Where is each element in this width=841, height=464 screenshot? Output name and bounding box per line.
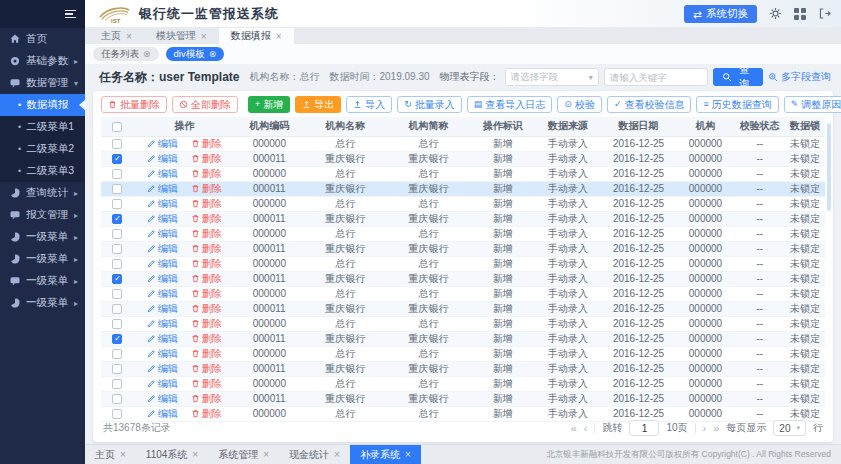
sidebar-item-query-stats[interactable]: 查询统计 ▸ bbox=[0, 182, 85, 204]
row-checkbox[interactable] bbox=[112, 364, 122, 374]
search-button[interactable]: 查询 bbox=[713, 68, 763, 86]
view-import-log-button[interactable]: ▤ 查看导入日志 bbox=[467, 96, 553, 113]
delete-link[interactable]: 删除 bbox=[191, 377, 222, 391]
sidebar-item-level1-menu-4[interactable]: 一级菜单 ▸ bbox=[0, 292, 85, 314]
import-button[interactable]: 导入 bbox=[346, 96, 392, 113]
per-page-select[interactable]: 20 ▾ bbox=[773, 420, 806, 436]
bottom-tab-cash-stats[interactable]: 现金统计× bbox=[279, 445, 350, 464]
table-row[interactable]: 编辑 删除 000011 重庆银行 重庆银行 新增 手动录入 2016-12-2… bbox=[101, 271, 825, 286]
close-icon[interactable]: × bbox=[405, 449, 411, 460]
edit-link[interactable]: 编辑 bbox=[147, 347, 178, 361]
table-row[interactable]: 编辑 删除 000011 重庆银行 重庆银行 新增 手动录入 2016-12-2… bbox=[101, 331, 825, 346]
table-row[interactable]: 编辑 删除 000000 总行 总行 新增 手动录入 2016-12-25 00… bbox=[101, 286, 825, 301]
table-row[interactable]: 编辑 删除 000000 总行 总行 新增 手动录入 2016-12-25 00… bbox=[101, 346, 825, 361]
table-row[interactable]: 编辑 删除 000000 总行 总行 新增 手动录入 2016-12-25 00… bbox=[101, 166, 825, 181]
edit-link[interactable]: 编辑 bbox=[147, 212, 178, 226]
close-circle-icon[interactable]: ⊗ bbox=[143, 49, 151, 59]
delete-link[interactable]: 删除 bbox=[191, 167, 222, 181]
edit-link[interactable]: 编辑 bbox=[147, 362, 178, 376]
delete-link[interactable]: 删除 bbox=[191, 302, 222, 316]
close-circle-icon[interactable]: ⊗ bbox=[209, 49, 217, 59]
adjust-reason-button[interactable]: ✎ 调整原因 bbox=[784, 96, 841, 113]
system-switch-button[interactable]: ⇄ 系统切换 bbox=[684, 5, 757, 23]
row-checkbox[interactable] bbox=[112, 259, 122, 269]
sidebar-item-level1-menu-1[interactable]: 一级菜单 ▸ bbox=[0, 226, 85, 248]
add-button[interactable]: + 新增 bbox=[248, 96, 290, 113]
pill-task-list[interactable]: 任务列表⊗ bbox=[93, 47, 159, 61]
edit-link[interactable]: 编辑 bbox=[147, 332, 178, 346]
delete-link[interactable]: 删除 bbox=[191, 362, 222, 376]
select-all-checkbox[interactable] bbox=[112, 122, 122, 132]
edit-link[interactable]: 编辑 bbox=[147, 377, 178, 391]
row-checkbox[interactable] bbox=[112, 169, 122, 179]
edit-link[interactable]: 编辑 bbox=[147, 167, 178, 181]
next-page-icon[interactable]: › bbox=[703, 422, 707, 434]
field-select[interactable]: 请选择字段 ▾ bbox=[505, 68, 599, 86]
bottom-tab-supplement-system[interactable]: 补录系统× bbox=[350, 445, 421, 464]
table-row[interactable]: 编辑 删除 000011 重庆银行 重庆银行 新增 手动录入 2016-12-2… bbox=[101, 301, 825, 316]
table-row[interactable]: 编辑 删除 000000 总行 总行 新增 手动录入 2016-12-25 00… bbox=[101, 196, 825, 211]
sidebar-item-report-management[interactable]: 报文管理 ▸ bbox=[0, 204, 85, 226]
row-checkbox[interactable] bbox=[112, 229, 122, 239]
delete-link[interactable]: 删除 bbox=[191, 257, 222, 271]
delete-link[interactable]: 删除 bbox=[191, 392, 222, 406]
delete-link[interactable]: 删除 bbox=[191, 287, 222, 301]
sidebar-item-data-management[interactable]: 数据管理 ▾ bbox=[0, 72, 85, 94]
scrollbar-thumb[interactable] bbox=[827, 123, 831, 211]
logout-icon[interactable] bbox=[818, 7, 831, 20]
table-row[interactable]: 编辑 删除 000000 总行 总行 新增 手动录入 2016-12-25 00… bbox=[101, 256, 825, 271]
edit-link[interactable]: 编辑 bbox=[147, 227, 178, 241]
edit-link[interactable]: 编辑 bbox=[147, 197, 178, 211]
prev-page-icon[interactable]: ‹ bbox=[584, 422, 588, 434]
row-checkbox[interactable] bbox=[112, 349, 122, 359]
export-button[interactable]: 导出 bbox=[295, 96, 341, 113]
first-page-icon[interactable]: « bbox=[571, 422, 577, 434]
row-checkbox[interactable] bbox=[112, 394, 122, 404]
close-icon[interactable]: × bbox=[276, 31, 282, 42]
row-checkbox[interactable] bbox=[112, 244, 122, 254]
row-checkbox[interactable] bbox=[112, 154, 122, 164]
row-checkbox[interactable] bbox=[112, 409, 122, 419]
table-row[interactable]: 编辑 删除 000000 总行 总行 新增 手动录入 2016-12-25 00… bbox=[101, 316, 825, 331]
sidebar-item-home[interactable]: 首页 bbox=[0, 28, 85, 50]
tab-module-management[interactable]: 模块管理× bbox=[144, 28, 219, 44]
row-checkbox[interactable] bbox=[112, 274, 122, 284]
table-row[interactable]: 编辑 删除 000011 重庆银行 重庆银行 新增 手动录入 2016-12-2… bbox=[101, 151, 825, 166]
close-icon[interactable]: × bbox=[192, 449, 198, 460]
bottom-tab-1104-system[interactable]: 1104系统× bbox=[136, 445, 208, 464]
history-query-button[interactable]: ≡ 历史数据查询 bbox=[696, 96, 778, 113]
delete-link[interactable]: 删除 bbox=[191, 317, 222, 331]
sidebar-item-submenu-2[interactable]: • 二级菜单2 bbox=[0, 138, 85, 160]
bottom-tab-home[interactable]: 主页× bbox=[85, 445, 136, 464]
row-checkbox[interactable] bbox=[112, 184, 122, 194]
apps-grid-icon[interactable] bbox=[794, 8, 806, 20]
row-checkbox[interactable] bbox=[112, 304, 122, 314]
table-row[interactable]: 编辑 删除 000011 重庆银行 重庆银行 新增 手动录入 2016-12-2… bbox=[101, 211, 825, 226]
sidebar-item-data-entry[interactable]: • 数据填报 bbox=[0, 94, 85, 116]
row-checkbox[interactable] bbox=[112, 379, 122, 389]
delete-link[interactable]: 删除 bbox=[191, 137, 222, 151]
row-checkbox[interactable] bbox=[112, 199, 122, 209]
table-row[interactable]: 编辑 删除 000000 总行 总行 新增 手动录入 2016-12-25 00… bbox=[101, 136, 825, 151]
edit-link[interactable]: 编辑 bbox=[147, 392, 178, 406]
row-checkbox[interactable] bbox=[112, 319, 122, 329]
edit-link[interactable]: 编辑 bbox=[147, 272, 178, 286]
batch-delete-button[interactable]: 批量删除 bbox=[101, 96, 167, 113]
delete-link[interactable]: 删除 bbox=[191, 152, 222, 166]
tab-home[interactable]: 主页× bbox=[89, 28, 144, 44]
row-checkbox[interactable] bbox=[112, 139, 122, 149]
row-checkbox[interactable] bbox=[112, 214, 122, 224]
edit-link[interactable]: 编辑 bbox=[147, 287, 178, 301]
edit-link[interactable]: 编辑 bbox=[147, 137, 178, 151]
table-row[interactable]: 编辑 删除 000000 总行 总行 新增 手动录入 2016-12-25 00… bbox=[101, 376, 825, 391]
bottom-tab-system-management[interactable]: 系统管理× bbox=[208, 445, 279, 464]
sidebar-item-level1-menu-2[interactable]: 一级菜单 ▸ bbox=[0, 248, 85, 270]
edit-link[interactable]: 编辑 bbox=[147, 152, 178, 166]
close-icon[interactable]: × bbox=[334, 449, 340, 460]
delete-all-button[interactable]: 全部删除 bbox=[172, 96, 238, 113]
batch-entry-button[interactable]: ↻ 批量录入 bbox=[397, 96, 462, 113]
row-checkbox[interactable] bbox=[112, 334, 122, 344]
sidebar-item-submenu-1[interactable]: • 二级菜单1 bbox=[0, 116, 85, 138]
page-number-input[interactable] bbox=[629, 420, 659, 436]
keyword-input[interactable] bbox=[604, 68, 708, 86]
